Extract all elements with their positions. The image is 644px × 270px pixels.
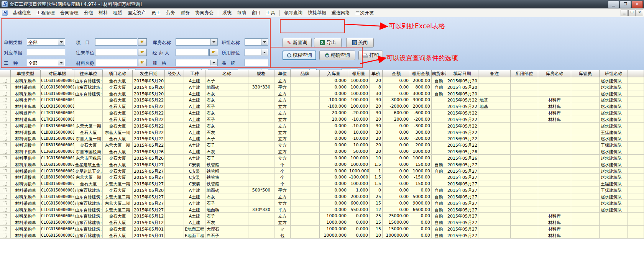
column-header[interactable]: 品牌 — [291, 70, 320, 78]
mdi-restore-button[interactable]: ❐ — [628, 10, 636, 16]
warehouse-select[interactable] — [176, 38, 218, 46]
row-expander[interactable] — [3, 227, 7, 231]
menu-item-3[interactable]: 合同管理 — [58, 8, 81, 17]
row-expander[interactable] — [3, 163, 7, 167]
fuzzy-query-button[interactable]: 模糊查询 — [283, 51, 316, 60]
mdi-close-button[interactable]: ✕ — [636, 10, 643, 16]
minimize-button[interactable]: ▁ — [608, 1, 619, 8]
menu-item-18[interactable]: 重连网络 — [329, 8, 353, 17]
table-row[interactable]: 材料采购单CLCGD150000003山东百脉建筑:东营大厦二期2015年05月… — [0, 200, 644, 206]
column-header[interactable]: 对应单据 — [41, 70, 74, 78]
column-header[interactable] — [628, 70, 644, 78]
column-header[interactable]: 购货来源 — [432, 70, 446, 78]
column-header[interactable]: 工种 — [184, 70, 205, 78]
row-expander[interactable] — [3, 201, 7, 205]
column-header[interactable]: 名称 — [205, 70, 248, 78]
table-row[interactable]: 材料调拨单CLDBD150000002东营大厦一期金石大厦2015年05月27日… — [0, 174, 644, 180]
column-header[interactable]: 单价 — [370, 70, 383, 78]
brand-input[interactable] — [245, 59, 268, 66]
close-button[interactable]: ✕ — [632, 1, 643, 8]
row-expander[interactable] — [3, 111, 7, 115]
table-row[interactable]: 材料调拨单CLDBD150000002金石大厦东营大厦一期2015年05月27日… — [0, 180, 644, 187]
row-expander[interactable] — [3, 175, 7, 179]
export-button[interactable]: X导出 — [314, 38, 342, 47]
menu-item-14[interactable]: 窗口 — [249, 8, 263, 17]
chevron-down-icon[interactable] — [58, 60, 64, 65]
column-header[interactable]: 单位 — [274, 70, 291, 78]
menu-item-2[interactable]: 工程管理 — [34, 8, 58, 17]
column-header[interactable]: 金额 — [383, 70, 410, 78]
row-expander[interactable] — [3, 208, 7, 212]
trade-select[interactable]: 全部 — [27, 59, 65, 66]
table-row[interactable]: 材料采购单CLCGD150000001山东百脉建筑:金石大厦2015年05月20… — [0, 187, 644, 193]
table-row[interactable]: 材料调拨单CLDBD150000001东营大厦一期金石大厦2015年05月22日… — [0, 135, 644, 142]
table-row[interactable]: 材料甲供单CLJGD150000001东营市国税局金石大厦2015年05月26日… — [0, 148, 644, 155]
table-row[interactable]: 材料采购单CLCGD150000004山东百脉建筑:金石大厦2015年05月12… — [0, 213, 644, 219]
row-expander[interactable] — [3, 150, 7, 154]
row-expander[interactable] — [3, 143, 7, 147]
menu-item-8[interactable]: 员工 — [149, 8, 163, 17]
table-row[interactable]: 材料调拨单CLDBD150000001金石大厦东营大厦一期2015年05月22日… — [0, 129, 644, 136]
close-form-button[interactable]: 关闭 — [346, 38, 374, 47]
table-row[interactable]: 材料采购单CLCGD150000003山东百脉建筑:东营大厦二期2015年05月… — [0, 206, 644, 213]
row-expander[interactable] — [3, 214, 7, 218]
column-header[interactable] — [0, 70, 11, 78]
column-header[interactable]: 库管员 — [571, 70, 600, 78]
table-row[interactable]: 材料退库单CLTKD150000001金石大厦2015年05月22日A土建石子立… — [0, 116, 644, 123]
print-button[interactable]: 打印 — [358, 51, 383, 60]
row-expander[interactable] — [3, 169, 7, 173]
row-expander[interactable] — [3, 195, 7, 199]
column-header[interactable]: 发生日期 — [133, 70, 165, 78]
table-row[interactable]: 材料采购单CLCGD150000003山东百脉建筑:东营大厦二期2015年05月… — [0, 193, 644, 200]
column-header[interactable]: 项目名称 — [103, 70, 133, 78]
menu-item-13[interactable]: 帮助 — [234, 8, 249, 17]
spec-select[interactable] — [176, 59, 218, 66]
menu-item-5[interactable]: 材料 — [96, 8, 110, 17]
row-expander[interactable] — [3, 105, 7, 108]
column-header[interactable]: 班组名称 — [600, 70, 628, 78]
row-expander[interactable] — [3, 124, 7, 128]
agent-input[interactable] — [176, 49, 209, 56]
row-expander[interactable] — [3, 92, 7, 96]
chevron-down-icon[interactable] — [58, 39, 64, 45]
menu-item-12[interactable]: 系统 — [220, 8, 234, 17]
row-expander[interactable] — [3, 98, 7, 102]
row-expander[interactable] — [3, 182, 7, 186]
menu-item-16[interactable]: 领导查询 — [281, 8, 305, 17]
menu-item-15[interactable]: 工具 — [263, 8, 278, 17]
menu-item-9[interactable]: 劳务 — [163, 8, 178, 17]
agent-lookup-button[interactable]: ☛ — [209, 49, 218, 56]
column-header[interactable]: 库房名称 — [538, 70, 571, 78]
table-row[interactable]: 材料退库单CLTKD150000001金石大厦2015年05月22日A土建石灰立… — [0, 110, 644, 116]
mdi-minimize-button[interactable]: ▁ — [621, 10, 628, 16]
exact-query-button[interactable]: +精确查询 — [319, 51, 355, 60]
table-row[interactable]: 材料采购单CLCGD150000001山东百脉建筑:金石大厦2015年05月20… — [0, 84, 644, 90]
menu-item-10[interactable]: 财务 — [178, 8, 192, 17]
new-query-button[interactable]: ✎新查询 — [283, 38, 312, 47]
row-expander[interactable] — [3, 221, 7, 224]
table-row[interactable]: 材料出库单CLCKD150000001金石大厦2015年05月22日A土建石子立… — [0, 103, 644, 110]
column-header[interactable]: 入库量 — [320, 70, 348, 78]
menu-item-17[interactable]: 快捷单据 — [305, 8, 329, 17]
project-input[interactable] — [95, 38, 137, 46]
column-header[interactable]: 填写日期 — [446, 70, 478, 78]
ref-doc-input[interactable] — [27, 49, 65, 56]
table-row[interactable]: 材料采购单CLCGD150000004山东百脉建筑:金石大厦2015年05月12… — [0, 219, 644, 226]
menu-item-6[interactable]: 租赁 — [110, 8, 125, 17]
doc-type-select[interactable]: 全部 — [27, 38, 65, 46]
row-expander[interactable] — [3, 234, 7, 237]
menu-item-11[interactable]: 协同办公 — [192, 8, 216, 17]
used-part-select[interactable] — [245, 49, 268, 56]
row-expander[interactable] — [3, 156, 7, 160]
column-header[interactable]: 经办人 — [165, 70, 184, 78]
menu-item-7[interactable]: 固定资产 — [125, 8, 149, 17]
table-row[interactable]: 材料调拨单CLDBD150000001东营大厦一期金石大厦2015年05月22日… — [0, 123, 644, 129]
table-row[interactable]: 材料出库单CLCKD150000001金石大厦2015年05月22日A土建石灰立… — [0, 97, 644, 103]
table-row[interactable]: 材料采购单CLCGD150000002金星建筑五金:金石大厦2015年05月27… — [0, 168, 644, 174]
chevron-down-icon[interactable] — [261, 39, 268, 45]
column-header[interactable]: 规格 — [248, 70, 274, 78]
row-expander[interactable] — [3, 85, 7, 89]
column-header[interactable]: 领用量 — [348, 70, 370, 78]
row-expander[interactable] — [3, 131, 7, 134]
row-expander[interactable] — [3, 118, 7, 121]
